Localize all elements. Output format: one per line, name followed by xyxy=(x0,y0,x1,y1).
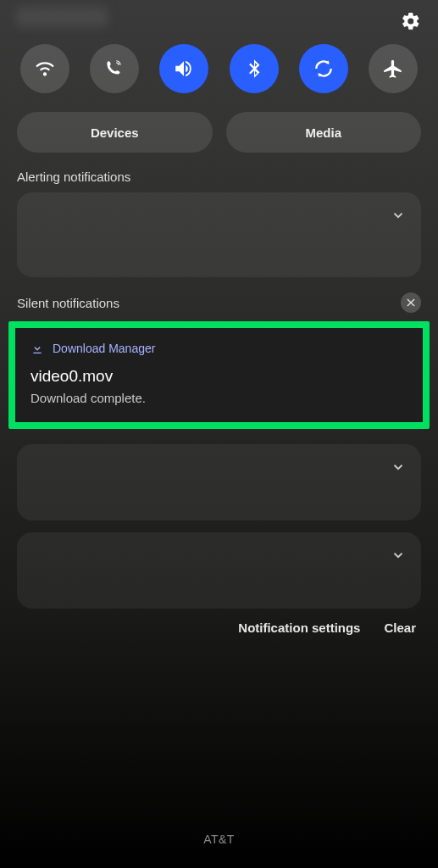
silent-notification-card-1[interactable] xyxy=(17,444,421,520)
quick-toggles-row xyxy=(17,44,421,93)
bluetooth-toggle[interactable] xyxy=(230,44,279,93)
download-icon xyxy=(30,342,44,355)
sound-icon xyxy=(173,58,195,80)
alerting-notification-card[interactable] xyxy=(17,192,421,277)
bluetooth-icon xyxy=(243,58,265,80)
alerting-section-label: Alerting notifications xyxy=(17,170,421,184)
wifi-calling-icon xyxy=(103,58,125,80)
settings-gear-icon[interactable] xyxy=(401,11,421,31)
chevron-down-icon[interactable] xyxy=(391,548,406,566)
airplane-icon xyxy=(382,58,404,80)
dismiss-silent-icon[interactable] xyxy=(401,292,421,313)
media-button[interactable]: Media xyxy=(226,112,422,153)
chevron-down-icon[interactable] xyxy=(391,459,406,478)
download-app-name: Download Manager xyxy=(53,342,155,355)
auto-rotate-icon xyxy=(313,58,335,80)
wifi-calling-toggle[interactable] xyxy=(90,44,139,93)
silent-notification-card-2[interactable] xyxy=(17,532,421,609)
silent-section-label: Silent notifications xyxy=(17,296,119,310)
sound-toggle[interactable] xyxy=(159,44,208,93)
download-title: video0.mov xyxy=(30,367,408,386)
wifi-icon xyxy=(34,58,56,80)
devices-button[interactable]: Devices xyxy=(17,112,213,153)
chevron-down-icon[interactable] xyxy=(391,208,406,226)
airplane-toggle[interactable] xyxy=(369,44,418,93)
highlighted-notification-wrapper: Download Manager video0.mov Download com… xyxy=(8,321,430,429)
download-notification-card[interactable]: Download Manager video0.mov Download com… xyxy=(15,328,423,422)
notification-settings-link[interactable]: Notification settings xyxy=(238,620,360,635)
auto-rotate-toggle[interactable] xyxy=(299,44,348,93)
carrier-label: AT&T xyxy=(0,832,438,846)
clear-all-button[interactable]: Clear xyxy=(384,620,416,635)
wifi-toggle[interactable] xyxy=(20,44,69,93)
date-time-blurred xyxy=(15,7,108,27)
download-subtitle: Download complete. xyxy=(30,391,408,405)
